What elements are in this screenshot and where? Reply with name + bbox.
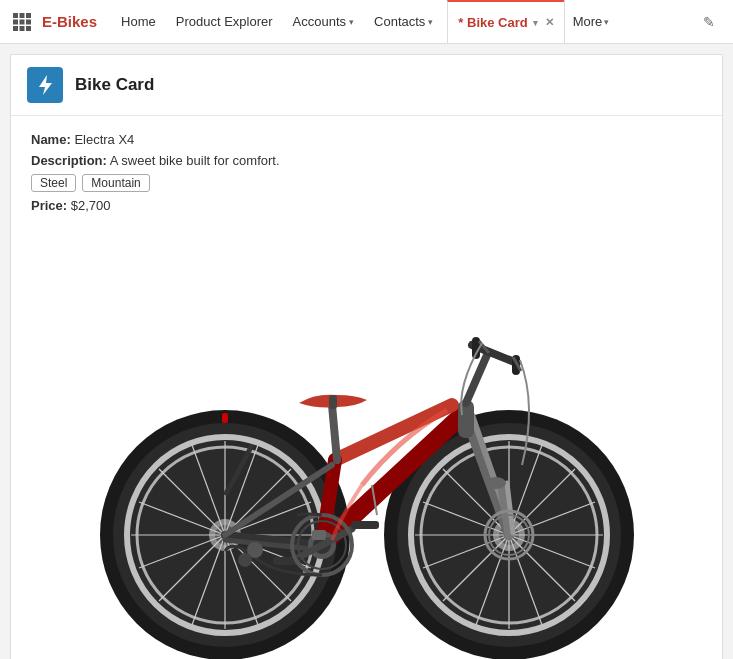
edit-icon[interactable]: ✎ [693, 14, 725, 30]
card-icon [27, 67, 63, 103]
tab-label: * Bike Card [458, 15, 527, 30]
more-chevron-icon: ▾ [604, 17, 609, 27]
nav-links: Home Product Explorer Accounts ▾ Contact… [111, 0, 443, 43]
card-header: Bike Card [11, 55, 722, 116]
description-field: Description: A sweet bike built for comf… [31, 153, 702, 168]
contacts-chevron-icon: ▾ [428, 17, 433, 27]
navbar: E-Bikes Home Product Explorer Accounts ▾… [0, 0, 733, 44]
nav-more[interactable]: More ▾ [564, 0, 618, 43]
nav-home[interactable]: Home [111, 0, 166, 43]
bike-image [11, 235, 722, 659]
svg-rect-8 [26, 26, 31, 31]
svg-rect-78 [329, 395, 337, 409]
svg-marker-9 [39, 75, 52, 95]
brand-name: E-Bikes [42, 13, 97, 30]
nav-accounts[interactable]: Accounts ▾ [283, 0, 364, 43]
svg-rect-90 [222, 413, 228, 423]
grid-icon[interactable] [8, 8, 36, 36]
tag-mountain: Mountain [82, 174, 149, 192]
tab-bike-card[interactable]: * Bike Card ▾ ✕ [447, 0, 563, 43]
svg-rect-2 [26, 13, 31, 18]
tab-close-icon[interactable]: ✕ [545, 17, 554, 28]
accounts-chevron-icon: ▾ [349, 17, 354, 27]
svg-rect-89 [312, 530, 326, 540]
svg-point-88 [238, 553, 252, 567]
svg-rect-4 [20, 19, 25, 24]
nav-product-explorer[interactable]: Product Explorer [166, 0, 283, 43]
main-content: Bike Card Name: Electra X4 Description: … [10, 54, 723, 659]
svg-rect-7 [20, 26, 25, 31]
card-title: Bike Card [75, 75, 154, 95]
svg-rect-84 [351, 521, 379, 529]
svg-point-67 [486, 477, 506, 489]
svg-rect-3 [13, 19, 18, 24]
tab-chevron-icon[interactable]: ▾ [533, 18, 538, 28]
svg-rect-0 [13, 13, 18, 18]
price-field: Price: $2,700 [31, 198, 702, 213]
tag-steel: Steel [31, 174, 76, 192]
nav-tabs: * Bike Card ▾ ✕ [447, 0, 563, 43]
svg-rect-5 [26, 19, 31, 24]
name-field: Name: Electra X4 [31, 132, 702, 147]
nav-contacts[interactable]: Contacts ▾ [364, 0, 443, 43]
svg-line-77 [332, 405, 337, 460]
tags-row: Steel Mountain [31, 174, 702, 192]
svg-rect-1 [20, 13, 25, 18]
card-body: Name: Electra X4 Description: A sweet bi… [11, 116, 722, 235]
bike-illustration [77, 245, 657, 659]
svg-rect-6 [13, 26, 18, 31]
